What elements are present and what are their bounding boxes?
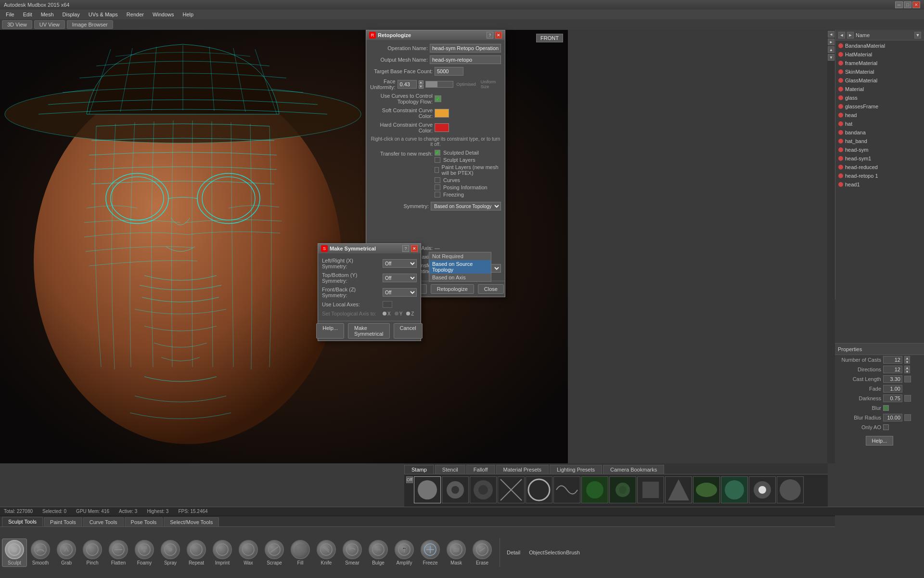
- tool-imprint[interactable]: Imprint: [210, 539, 235, 566]
- brush-tab-stamp[interactable]: Stamp: [404, 465, 434, 474]
- prop-value-blurradius[interactable]: [883, 414, 902, 421]
- sym-lr-select[interactable]: Off On: [383, 259, 417, 268]
- tool-fill[interactable]: Fill: [288, 539, 313, 566]
- material-item-headsym[interactable]: head-sym: [835, 145, 924, 154]
- prop-spin-dn-numcasts[interactable]: ▼: [904, 360, 910, 364]
- tool-spray[interactable]: Spray: [158, 539, 183, 566]
- retopo-curves-check[interactable]: [435, 177, 440, 183]
- tool-smooth[interactable]: Smooth: [28, 539, 53, 566]
- tool-amplify[interactable]: Amplify: [392, 539, 417, 566]
- retopo-use-curves-checkbox[interactable]: ✓: [435, 95, 441, 102]
- sculpt-tab-select-move-tools[interactable]: Select/Move Tools: [164, 517, 219, 526]
- brush-tab-falloff[interactable]: Falloff: [466, 465, 495, 474]
- menu-help[interactable]: Help: [179, 11, 198, 18]
- material-item-head1[interactable]: head1: [835, 180, 924, 189]
- menu-uvs-maps[interactable]: UVs & Maps: [85, 11, 122, 18]
- retopo-output-input[interactable]: [430, 55, 501, 64]
- toolbar-image-browser[interactable]: Image Browser: [67, 20, 113, 29]
- tool-mask[interactable]: Mask: [444, 539, 469, 566]
- retopo-dialog-help-icon[interactable]: ?: [487, 32, 493, 39]
- menu-mesh[interactable]: Mesh: [37, 11, 58, 18]
- tool-bulge[interactable]: Bulge: [366, 539, 391, 566]
- menu-windows[interactable]: Windows: [149, 11, 178, 18]
- retopo-sculpted-check[interactable]: ✓: [435, 150, 440, 156]
- menu-edit[interactable]: Edit: [19, 11, 36, 18]
- tool-scrape[interactable]: Scrape: [262, 539, 287, 566]
- brush-tab-camera-bookmarks[interactable]: Camera Bookmarks: [603, 465, 664, 474]
- brush-thumb-10[interactable]: [665, 476, 692, 503]
- retopo-dialog-close-icon[interactable]: ✕: [495, 32, 502, 39]
- maximize-button[interactable]: □: [904, 1, 911, 8]
- material-item-skin[interactable]: SkinMaterial: [835, 67, 924, 76]
- retopo-operation-input[interactable]: [430, 44, 501, 53]
- material-item-hat2[interactable]: hat: [835, 119, 924, 128]
- retopo-retopologize-button[interactable]: Retopologize: [431, 284, 474, 294]
- brush-tab-stencil[interactable]: Stencil: [435, 465, 465, 474]
- retopo-soft-constraint-color[interactable]: [435, 109, 449, 118]
- material-item-frame[interactable]: frameMaterial: [835, 59, 924, 67]
- material-item-headsym1[interactable]: head-sym1: [835, 154, 924, 163]
- brush-thumb-9[interactable]: [637, 476, 664, 503]
- sculpt-tab-curve-tools[interactable]: Curve Tools: [83, 517, 124, 526]
- retopo-symmetry-select[interactable]: Based on Source Topology Not Required Ba…: [431, 202, 501, 210]
- brush-thumb-14[interactable]: [777, 476, 804, 503]
- material-item-hat[interactable]: HatMaterial: [835, 50, 924, 59]
- brush-tab-material-presets[interactable]: Material Presets: [496, 465, 549, 474]
- sym-uselocalaxes-toggle[interactable]: [383, 301, 392, 308]
- uniformity-spin-up[interactable]: ▲: [419, 80, 424, 84]
- sculpt-tab-paint-tools[interactable]: Paint Tools: [44, 517, 82, 526]
- retopo-sculptlayers-check[interactable]: [435, 157, 440, 163]
- uniformity-spin-dn[interactable]: ▼: [419, 85, 424, 89]
- panel-btn-1[interactable]: ◄: [838, 32, 845, 39]
- menu-render[interactable]: Render: [123, 11, 148, 18]
- material-item-bandana2[interactable]: bandana: [835, 128, 924, 137]
- ctrl-btn-4[interactable]: ▼: [828, 54, 834, 61]
- retopo-dropdown-based-axis[interactable]: Based on Axis: [429, 274, 491, 281]
- sym-cancel-button[interactable]: Cancel: [394, 323, 423, 339]
- material-item-glass[interactable]: GlassMaterial: [835, 76, 924, 85]
- ctrl-btn-1[interactable]: ◄: [828, 31, 834, 38]
- brush-thumb-11[interactable]: [693, 476, 720, 503]
- sculpt-tab-pose-tools[interactable]: Pose Tools: [125, 517, 163, 526]
- material-item-material[interactable]: Material: [835, 85, 924, 93]
- tool-object-selection-brush-label[interactable]: ObjectSelectionBrush: [527, 548, 582, 557]
- retopo-dropdown-not-required[interactable]: Not Required: [429, 252, 491, 260]
- material-item-headretopo1[interactable]: head-retopo 1: [835, 171, 924, 180]
- uniformity-slider[interactable]: [425, 81, 454, 88]
- prop-value-darkness[interactable]: [883, 394, 902, 402]
- tool-wax[interactable]: Wax: [236, 539, 261, 566]
- material-item-glass2[interactable]: glass: [835, 93, 924, 102]
- material-item-headreduced[interactable]: head-reduced: [835, 163, 924, 171]
- brush-thumb-8[interactable]: [609, 476, 636, 503]
- sculpt-tab-sculpt-tools[interactable]: Sculpt Tools: [2, 517, 43, 526]
- tool-freeze[interactable]: Freeze: [418, 539, 443, 566]
- material-item-glassesframe[interactable]: glassesFrame: [835, 102, 924, 111]
- material-item-hatband[interactable]: hat_band: [835, 137, 924, 145]
- retopo-freezing-check[interactable]: [435, 192, 440, 197]
- sym-dialog-close-icon[interactable]: ✕: [411, 245, 418, 252]
- retopo-close-button[interactable]: Close: [478, 284, 504, 294]
- tool-flatten[interactable]: Flatten: [106, 539, 131, 566]
- retopo-hard-constraint-color[interactable]: [435, 123, 449, 132]
- tool-knife[interactable]: Knife: [314, 539, 339, 566]
- brush-thumb-3[interactable]: [470, 476, 497, 503]
- toolbar-3d-view[interactable]: 3D View: [2, 20, 32, 29]
- minimize-button[interactable]: ─: [895, 1, 903, 8]
- toolbar-uv-view[interactable]: UV View: [34, 20, 65, 29]
- tool-repeat[interactable]: Repeat: [184, 539, 209, 566]
- tool-sculpt[interactable]: Sculpt: [2, 539, 27, 567]
- panel-btn-3[interactable]: ▼: [914, 32, 921, 39]
- tool-smear[interactable]: Smear: [340, 539, 365, 566]
- prop-link-blurradius[interactable]: [904, 414, 911, 421]
- panel-btn-2[interactable]: ►: [847, 32, 854, 39]
- prop-checkbox-blur[interactable]: [883, 405, 889, 411]
- ctrl-btn-3[interactable]: ▲: [828, 46, 834, 53]
- brush-off-label[interactable]: Off: [406, 476, 413, 483]
- sym-make-symmetrical-button[interactable]: Make Symmetrical: [348, 323, 390, 339]
- prop-spin-up-numcasts[interactable]: ▲: [904, 356, 910, 360]
- brush-thumb-13[interactable]: [749, 476, 776, 503]
- tool-foamy[interactable]: Foamy: [132, 539, 157, 566]
- sym-help-button[interactable]: Help...: [316, 323, 344, 339]
- retopo-posing-check[interactable]: [435, 184, 440, 190]
- retopo-dropdown-source-topology[interactable]: Based on Source Topology: [429, 260, 491, 274]
